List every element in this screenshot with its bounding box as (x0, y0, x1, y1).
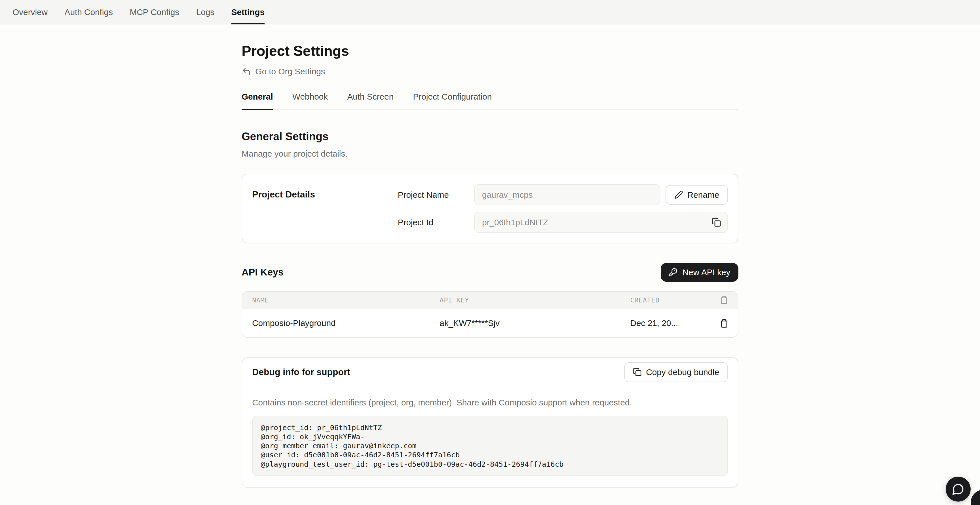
copy-debug-bundle-button[interactable]: Copy debug bundle (624, 362, 728, 382)
key-icon (669, 268, 678, 277)
api-key-row: Composio-Playground ak_KW7*****Sjv Dec 2… (242, 309, 738, 337)
project-name-label: Project Name (398, 190, 474, 200)
project-id-field: pr_06th1pLdNtTZ (474, 212, 728, 233)
copy-icon (712, 218, 721, 227)
settings-page: Project Settings Go to Org Settings Gene… (242, 24, 738, 505)
app-window: Overview Auth Configs MCP Configs Logs S… (0, 0, 980, 505)
api-keys-heading: API Keys (242, 267, 283, 278)
column-name: NAME (252, 296, 439, 304)
org-link-label: Go to Org Settings (255, 67, 325, 76)
copy-project-id-button[interactable] (712, 218, 721, 227)
debug-card-body: Contains non-secret identifiers (project… (242, 387, 738, 487)
project-details-title: Project Details (252, 184, 398, 233)
debug-bundle-code-block: @project_id: pr_06th1pLdNtTZ @org_id: ok… (252, 416, 728, 476)
project-name-input[interactable] (474, 184, 661, 206)
nav-item-mcp-configs[interactable]: MCP Configs (130, 0, 179, 24)
rename-button[interactable]: Rename (665, 185, 728, 205)
project-id-row: Project Id pr_06th1pLdNtTZ (398, 212, 728, 233)
api-key-created-date: Dec 21, 20... (630, 318, 711, 328)
rename-button-label: Rename (687, 190, 719, 200)
api-key-masked-value: ak_KW7*****Sjv (439, 318, 630, 328)
go-to-org-settings-link[interactable]: Go to Org Settings (242, 67, 325, 76)
nav-item-logs[interactable]: Logs (196, 0, 215, 24)
general-settings-subtitle: Manage your project details. (242, 149, 738, 159)
tab-project-configuration[interactable]: Project Configuration (413, 92, 492, 110)
tab-auth-screen[interactable]: Auth Screen (347, 92, 394, 110)
debug-card-title: Debug info for support (252, 367, 350, 378)
tab-webhook[interactable]: Webhook (292, 92, 328, 110)
page-title: Project Settings (242, 43, 738, 59)
column-api-key: API KEY (439, 296, 630, 304)
project-id-value: pr_06th1pLdNtTZ (482, 218, 548, 227)
corner-up-left-icon (242, 67, 251, 76)
copy-debug-bundle-label: Copy debug bundle (646, 367, 719, 377)
column-created: CREATED (630, 296, 711, 304)
nav-item-auth-configs[interactable]: Auth Configs (65, 0, 113, 24)
new-api-key-label: New API key (682, 268, 730, 277)
nav-item-overview[interactable]: Overview (13, 0, 48, 24)
copy-icon (633, 368, 642, 376)
project-details-card: Project Details Project Name Rename Proj… (242, 174, 738, 244)
trash-icon (720, 296, 729, 304)
project-name-row: Project Name Rename (398, 184, 728, 206)
delete-all-keys-button[interactable] (710, 296, 738, 304)
offscreen-widget-sliver (970, 490, 980, 505)
debug-card-header: Debug info for support Copy debug bundle (242, 358, 738, 387)
settings-tabs: General Webhook Auth Screen Project Conf… (242, 92, 738, 110)
trash-icon (719, 319, 729, 328)
debug-info-card: Debug info for support Copy debug bundle… (242, 357, 738, 488)
chat-bubble-icon (952, 483, 964, 495)
chat-support-button[interactable] (946, 476, 970, 502)
general-settings-heading: General Settings (242, 130, 738, 143)
delete-api-key-button[interactable] (710, 319, 738, 328)
tab-general[interactable]: General (242, 92, 273, 110)
project-id-label: Project Id (398, 218, 474, 227)
new-api-key-button[interactable]: New API key (661, 263, 738, 282)
api-keys-table: NAME API KEY CREATED Composio-Playground… (242, 291, 738, 338)
nav-item-settings[interactable]: Settings (231, 0, 264, 24)
pencil-icon (674, 190, 683, 199)
debug-description: Contains non-secret identifiers (project… (252, 398, 728, 408)
api-keys-table-header: NAME API KEY CREATED (242, 292, 738, 309)
project-top-nav: Overview Auth Configs MCP Configs Logs S… (0, 0, 980, 24)
api-key-name: Composio-Playground (252, 318, 439, 328)
project-details-fields: Project Name Rename Project Id pr_06th1p… (398, 184, 728, 233)
api-keys-header: API Keys New API key (242, 263, 738, 282)
